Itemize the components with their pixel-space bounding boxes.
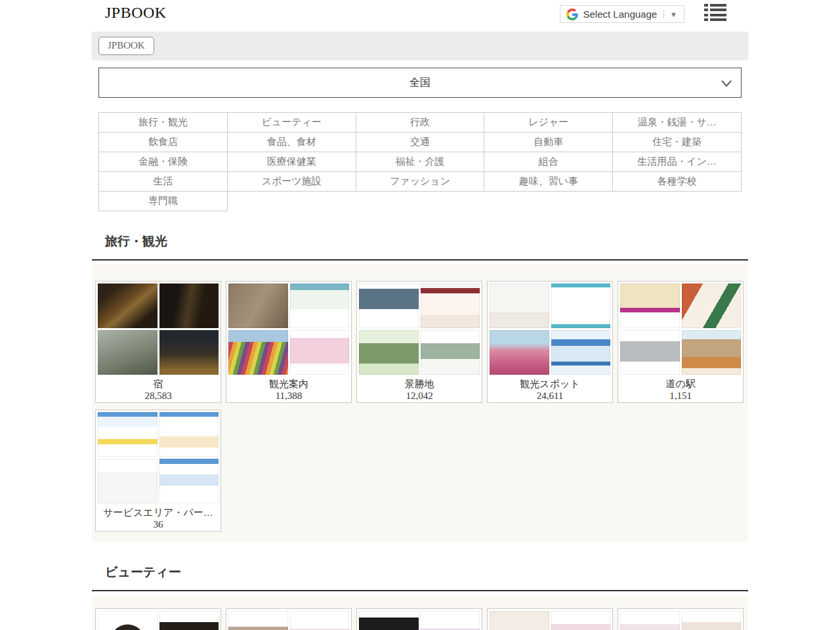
card-count: 24,611 [490,390,610,402]
category-card-beauty[interactable] [95,608,221,630]
card-label: 宿 [98,377,219,390]
card-thumbnails [98,412,219,503]
thumbnail-image [290,284,350,328]
card-label: サービスエリア・パー… [98,506,219,519]
category-table: 旅行・観光 ビューティー 行政 レジャー 温泉・銭湯・サ… 飲食店 食品、食材 … [98,112,742,211]
beauty-cards [95,608,745,630]
category-cell[interactable]: 生活 [99,172,228,192]
category-cell[interactable]: ファッション [356,172,484,192]
category-cell-empty [613,192,742,211]
category-row: 金融・保険 医療保健業 福祉・介護 組合 生活用品・イン… [99,152,742,172]
thumbnail-image [159,412,219,457]
category-cell[interactable]: スポーツ施設 [227,172,356,192]
thumbnail-image [228,330,288,375]
category-cell[interactable]: 専門職 [99,192,228,211]
card-thumbnails [228,284,349,375]
thumbnail-image [421,330,480,375]
card-thumbnails [490,284,610,375]
thumbnail-image [359,611,419,630]
category-cell[interactable]: 住宅・建築 [613,133,742,152]
thumbnail-image [98,412,158,457]
category-cell[interactable]: 医療保健業 [227,152,356,172]
category-cell[interactable]: 福祉・介護 [356,152,484,172]
thumbnail-image [551,611,611,630]
google-logo-icon [566,9,578,20]
category-cell[interactable]: 組合 [484,152,613,172]
thumbnail-image [159,284,219,328]
thumbnail-image [98,330,158,375]
category-card-beauty[interactable] [618,608,744,630]
card-label: 観光スポット [490,377,610,390]
card-count: 11,388 [228,390,349,402]
card-thumbnails [620,284,741,375]
section-title-beauty: ビューティー [105,564,748,580]
language-selector[interactable]: Select Language ▼ [560,5,685,23]
category-card-beauty[interactable] [226,608,352,630]
category-cell-empty [227,192,356,211]
card-count: 12,042 [359,390,480,402]
category-cell-empty [484,192,613,211]
category-cell[interactable]: 交通 [356,133,484,152]
thumbnail-image [359,330,419,375]
category-cell[interactable]: 趣味、習い事 [484,172,613,192]
category-cell[interactable]: 食品、食材 [227,133,356,152]
thumbnail-image [359,284,419,328]
thumbnail-image [228,284,288,328]
card-thumbnails [98,611,219,630]
card-thumbnails [228,611,349,630]
thumbnail-image [551,284,611,328]
breadcrumb-home-button[interactable]: JPBOOK [98,37,154,55]
thumbnail-image [159,459,219,503]
thumbnail-image [159,611,219,630]
category-row: 専門職 [99,192,742,211]
section-title-travel: 旅行・観光 [105,234,748,249]
category-card-kankou-annai[interactable]: 観光案内 11,388 [226,281,352,403]
category-card-beauty[interactable] [487,608,613,630]
category-row: 旅行・観光 ビューティー 行政 レジャー 温泉・銭湯・サ… [99,113,742,133]
region-dropdown-value: 全国 [410,76,430,90]
card-thumbnails [359,284,480,375]
language-dropdown-arrow-icon: ▼ [663,10,679,18]
thumbnail-image [490,611,549,630]
category-row: 生活 スポーツ施設 ファッション 趣味、習い事 各種学校 [99,172,742,192]
category-card-yado[interactable]: 宿 28,583 [95,281,221,403]
thumbnail-image [620,611,680,630]
category-cell[interactable]: 生活用品・イン… [613,152,742,172]
category-cell[interactable]: 行政 [356,113,484,133]
category-cell[interactable]: 自動車 [484,133,613,152]
region-dropdown[interactable]: 全国 [98,68,742,98]
beauty-card-zone [92,597,748,630]
category-card-service-area[interactable]: サービスエリア・パー… 36 [95,410,221,532]
thumbnail-image [421,611,480,630]
chevron-down-icon [721,78,732,90]
category-row: 飲食店 食品、食材 交通 自動車 住宅・建築 [99,133,742,152]
category-card-beauty[interactable] [356,608,482,630]
site-header: JPBOOK Select Language ▼ [92,0,748,32]
card-count: 1,151 [620,390,741,402]
travel-card-zone: 宿 28,583 観光案内 11,388 [92,264,748,542]
site-title[interactable]: JPBOOK [105,4,167,22]
card-thumbnails [98,284,219,375]
section-divider [92,259,748,261]
category-cell[interactable]: 各種学校 [613,172,742,192]
card-label: 景勝地 [359,377,480,390]
thumbnail-image [159,330,219,375]
category-card-keishouchi[interactable]: 景勝地 12,042 [356,281,482,403]
thumbnail-image [490,330,549,375]
category-cell[interactable]: 旅行・観光 [99,113,228,133]
menu-list-icon[interactable] [704,4,726,21]
category-cell[interactable]: ビューティー [227,113,356,133]
thumbnail-image [682,611,742,630]
category-card-michinoeki[interactable]: 道の駅 1,151 [618,281,744,403]
card-label: 観光案内 [228,377,349,390]
language-selector-label: Select Language [583,9,664,20]
thumbnail-image [620,284,680,328]
thumbnail-image [98,284,158,328]
thumbnail-image [620,330,680,375]
category-cell[interactable]: 飲食店 [99,133,228,152]
category-cell[interactable]: レジャー [484,113,613,133]
category-card-kankou-spot[interactable]: 観光スポット 24,611 [487,281,613,403]
section-divider [92,590,748,591]
category-cell[interactable]: 温泉・銭湯・サ… [613,113,742,133]
category-cell[interactable]: 金融・保険 [99,152,228,172]
